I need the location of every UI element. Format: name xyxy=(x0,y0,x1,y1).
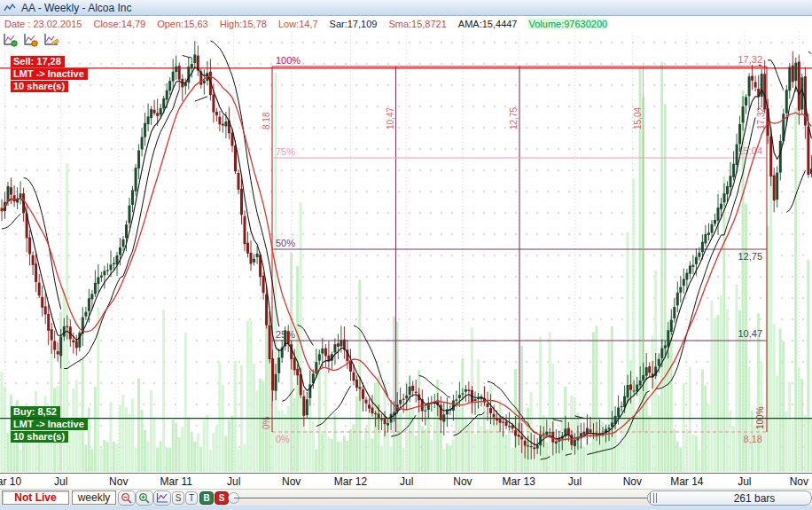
chart-edit-icon[interactable] xyxy=(43,33,59,47)
info-item: Date : 23.02.2015 xyxy=(4,19,82,29)
sell-order-label[interactable]: Sell: 17,28 LMT -> Inactive 10 share(s) xyxy=(11,56,88,93)
chart-window-titlebar[interactable]: AA - Weekly - Alcoa Inc xyxy=(0,0,812,16)
bottom-toolbar: Not Live weekly S T B S xyxy=(0,489,812,506)
svg-text:12,75: 12,75 xyxy=(509,107,519,129)
time-axis: Mar 10JulNovMar 11JulNovMar 12JulNovMar … xyxy=(0,473,812,489)
time-axis-tick: Nov xyxy=(98,475,140,488)
timeframe-select[interactable]: weekly xyxy=(72,490,116,505)
chart-add-icon[interactable] xyxy=(3,33,19,47)
info-item: Low:14,7 xyxy=(278,19,318,29)
info-item: Open:15,63 xyxy=(157,19,208,29)
chart-tools-overlay xyxy=(3,33,59,47)
ohlc-info-bar: Date : 23.02.2015Close:14,79Open:15,63Hi… xyxy=(0,16,812,32)
svg-text:15,04: 15,04 xyxy=(633,107,643,129)
window-title: AA - Weekly - Alcoa Inc xyxy=(21,2,132,14)
time-axis-tick: Nov xyxy=(777,475,812,488)
info-item: Volume:97630200 xyxy=(528,19,607,29)
visible-bars-count: 261 bars xyxy=(657,492,811,505)
scrollbar-thumb[interactable]: 261 bars xyxy=(647,490,812,506)
svg-text:17,32: 17,32 xyxy=(738,54,762,65)
sell-order-size: 10 share(s) xyxy=(11,81,68,92)
zoom-in-button[interactable] xyxy=(136,490,153,506)
s-button[interactable]: S xyxy=(172,491,184,505)
svg-text:8,18: 8,18 xyxy=(744,434,762,444)
zoom-out-button[interactable] xyxy=(118,490,136,506)
info-item: AMA:15,4447 xyxy=(458,19,518,29)
sell-order-price: Sell: 17,28 xyxy=(11,56,65,67)
time-axis-tick: Nov xyxy=(270,475,313,488)
chart-area[interactable]: 0%8,188,1825%10,4710,4750%12,7512,7575%1… xyxy=(0,32,812,473)
info-item: High:15,78 xyxy=(220,19,267,29)
line-chart-icon xyxy=(4,3,16,13)
sell-order-type: LMT -> Inactive xyxy=(11,68,88,80)
magnifier-plus-icon xyxy=(138,492,151,505)
quick-sell-button[interactable]: S xyxy=(215,491,229,505)
info-item: Close:14,79 xyxy=(93,19,145,29)
time-axis-tick: Mar 11 xyxy=(155,475,198,488)
time-axis-tick: Jul xyxy=(553,475,596,488)
magnifier-minus-icon xyxy=(121,492,133,505)
buy-order-label[interactable]: Buy: 8,52 LMT -> Inactive 10 share(s) xyxy=(11,406,88,443)
buy-order-type: LMT -> Inactive xyxy=(11,419,88,430)
t-button[interactable]: T xyxy=(185,491,198,505)
chart-style-button[interactable] xyxy=(153,490,171,506)
svg-text:10,47: 10,47 xyxy=(386,107,395,129)
buy-order-price: Buy: 8,52 xyxy=(11,406,60,418)
time-axis-tick: Jul xyxy=(213,475,255,488)
info-item: Sma:15,8721 xyxy=(388,19,446,29)
time-axis-tick: Nov xyxy=(441,475,484,488)
buy-button[interactable]: B xyxy=(199,491,214,505)
svg-text:50%: 50% xyxy=(276,238,295,248)
scrollbar-grip-icon[interactable] xyxy=(650,493,657,503)
svg-text:0%: 0% xyxy=(276,434,290,444)
scrollbar-track[interactable] xyxy=(234,498,647,498)
svg-text:100%: 100% xyxy=(276,55,301,66)
mini-chart-icon xyxy=(156,492,168,504)
time-axis-tick: Mar 14 xyxy=(666,475,708,488)
time-axis-tick: Mar 13 xyxy=(497,475,540,488)
time-axis-tick: Mar 12 xyxy=(329,475,371,488)
time-axis-tick: Mar 10 xyxy=(0,475,27,488)
buy-order-size: 10 share(s) xyxy=(11,431,68,443)
svg-text:8,18: 8,18 xyxy=(262,112,271,129)
svg-text:12,75: 12,75 xyxy=(738,251,762,262)
chart-settings-icon[interactable] xyxy=(23,33,39,47)
window-bottom-edge xyxy=(0,506,812,510)
svg-text:10,47: 10,47 xyxy=(738,328,762,339)
time-axis-tick: Jul xyxy=(40,475,82,488)
svg-text:75%: 75% xyxy=(276,146,295,157)
time-axis-tick: Jul xyxy=(723,475,766,488)
info-item: Sar:17,109 xyxy=(330,19,378,29)
trading-app-window: AA - Weekly - Alcoa Inc Date : 23.02.201… xyxy=(0,0,812,510)
connection-status: Not Live xyxy=(2,490,69,505)
price-chart-canvas[interactable]: 0%8,188,1825%10,4710,4750%12,7512,7575%1… xyxy=(0,32,812,473)
time-axis-tick: Jul xyxy=(386,475,428,488)
time-axis-tick: Nov xyxy=(611,475,653,488)
